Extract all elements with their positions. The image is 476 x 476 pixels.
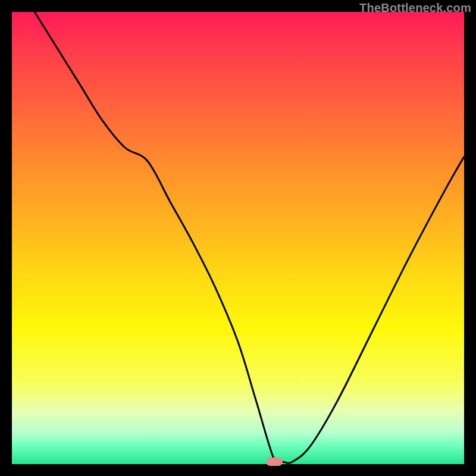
outer-frame: TheBottleneck.com	[0, 0, 476, 476]
bottleneck-curve-path	[35, 12, 464, 464]
optimum-marker	[266, 458, 283, 466]
curve-svg	[12, 12, 464, 464]
plot-area	[12, 12, 464, 464]
watermark-text: TheBottleneck.com	[359, 1, 471, 15]
